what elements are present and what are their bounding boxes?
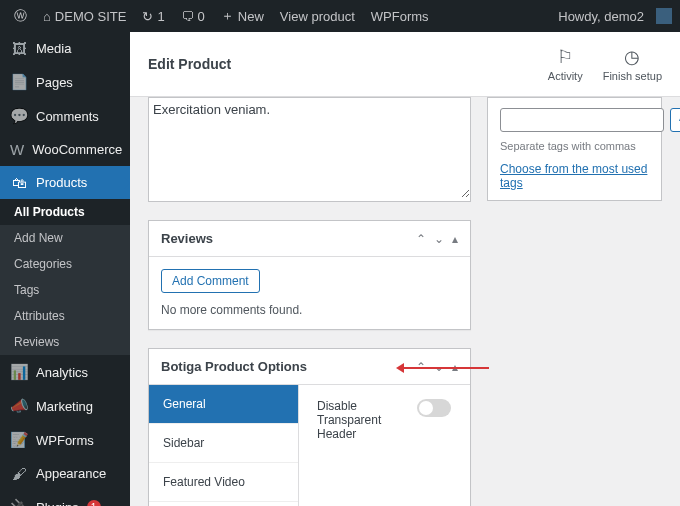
flag-icon: ⚐ [557,46,573,68]
sidebar-item-media[interactable]: 🖼Media [0,32,130,65]
sidebar-item-pages[interactable]: 📄Pages [0,65,130,99]
sidebar-item-analytics[interactable]: 📊Analytics [0,355,130,389]
wpforms-link[interactable]: WPForms [365,9,435,24]
chevron-down-icon[interactable]: ⌄ [434,232,444,246]
sidebar-item-comments[interactable]: 💬Comments [0,99,130,133]
avatar[interactable] [656,8,672,24]
menu-icon: 📄 [10,73,28,91]
disable-transparent-header-label: Disable Transparent Header [317,399,397,441]
tags-hint: Separate tags with commas [500,140,649,152]
update-badge: 1 [87,500,101,506]
add-comment-button[interactable]: Add Comment [161,269,260,293]
sidebar-item-appearance[interactable]: 🖌Appearance [0,457,130,490]
site-name[interactable]: ⌂ DEMO SITE [37,9,132,24]
submenu-item-attributes[interactable]: Attributes [0,303,130,329]
new-content[interactable]: ＋ New [215,7,270,25]
option-tab-brand-image[interactable]: Brand Image [149,502,298,506]
product-description-editor[interactable]: Exercitation veniam. [149,98,470,198]
submenu-item-add-new[interactable]: Add New [0,225,130,251]
option-tab-featured-video[interactable]: Featured Video [149,463,298,502]
sidebar-item-wpforms[interactable]: 📝WPForms [0,423,130,457]
submenu-item-all-products[interactable]: All Products [0,199,130,225]
menu-icon: 📊 [10,363,28,381]
menu-icon: 🛍 [10,174,28,191]
reviews-empty-text: No more comments found. [161,303,458,317]
disable-transparent-header-toggle[interactable] [417,399,451,417]
menu-icon: W [10,141,24,158]
menu-icon: 🔌 [10,498,28,506]
option-tab-general[interactable]: General [149,385,298,424]
finish-setup-button[interactable]: ◷ Finish setup [603,46,662,82]
menu-icon: 💬 [10,107,28,125]
choose-used-tags-link[interactable]: Choose from the most used tags [500,162,649,190]
sidebar-item-woocommerce[interactable]: WWooCommerce [0,133,130,166]
admin-sidebar: 🖼Media📄Pages💬CommentsWWooCommerce🛍Produc… [0,32,130,506]
botiga-options-title: Botiga Product Options [161,359,416,374]
howdy-user[interactable]: Howdy, demo2 [552,9,650,24]
menu-icon: 🖌 [10,465,28,482]
sidebar-item-products[interactable]: 🛍Products [0,166,130,199]
annotation-arrow [399,367,489,369]
sidebar-item-plugins[interactable]: 🔌Plugins 1 [0,490,130,506]
activity-button[interactable]: ⚐ Activity [548,46,583,82]
page-title: Edit Product [148,56,548,72]
add-tag-button[interactable]: Add [670,108,680,132]
sidebar-item-marketing[interactable]: 📣Marketing [0,389,130,423]
option-tab-sidebar[interactable]: Sidebar [149,424,298,463]
tag-input[interactable] [500,108,664,132]
submenu-item-tags[interactable]: Tags [0,277,130,303]
reviews-title: Reviews [161,231,416,246]
comments-bubble[interactable]: 🗨 0 [175,9,211,24]
wp-logo[interactable]: ⓦ [8,7,33,25]
view-product-link[interactable]: View product [274,9,361,24]
menu-icon: 📣 [10,397,28,415]
chevron-up-icon[interactable]: ⌃ [416,232,426,246]
toggle-panel-icon[interactable]: ▴ [452,232,458,246]
menu-icon: 🖼 [10,40,28,57]
menu-icon: 📝 [10,431,28,449]
submenu-item-categories[interactable]: Categories [0,251,130,277]
clock-icon: ◷ [624,46,640,68]
updates[interactable]: ↻ 1 [136,9,170,24]
submenu-item-reviews[interactable]: Reviews [0,329,130,355]
